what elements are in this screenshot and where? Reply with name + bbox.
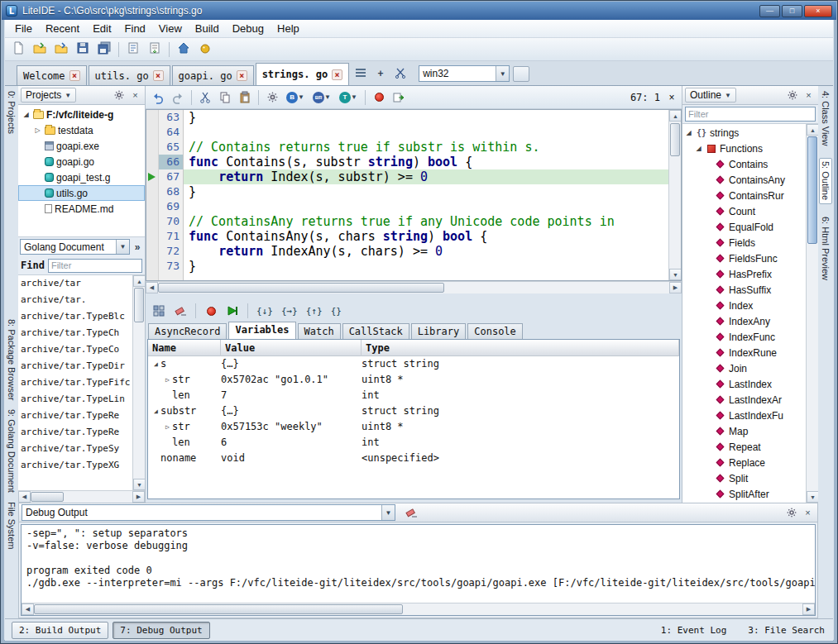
outline-panel-selector[interactable]: Outline▼ [685, 88, 736, 103]
step-out-icon[interactable]: {↑} [304, 304, 325, 318]
modules-button[interactable] [150, 303, 168, 319]
variable-row[interactable]: ▷str0x5702ac "go1.0.1"uint8 * [148, 372, 679, 388]
outline-row[interactable]: Split [682, 470, 806, 486]
doc-list-item[interactable]: archive/tar.TypeLin [18, 391, 132, 408]
scroll-down-icon[interactable]: ▼ [807, 491, 818, 503]
outline-row[interactable]: LastIndexFu [682, 408, 806, 423]
outline-row[interactable]: ◢{}strings [682, 125, 806, 141]
doc-list-item[interactable]: archive/tar.TypeCo [18, 341, 132, 358]
outline-row[interactable]: IndexFunc [682, 329, 806, 345]
outline-row[interactable]: IndexAny [682, 313, 806, 329]
doc-list-scrollbar[interactable]: ▲ ▼ [132, 275, 145, 490]
scroll-right-icon[interactable]: ▶ [132, 491, 145, 503]
chevron-down-icon[interactable]: ▼ [116, 240, 129, 254]
code-row[interactable]: 65// Contains returns true if substr is … [146, 140, 668, 155]
side-tab-6-html-preview[interactable]: 6: Html Preview [820, 214, 831, 283]
paste-button[interactable] [236, 89, 254, 106]
outline-row[interactable]: LastIndex [682, 376, 806, 392]
doc-list-item[interactable]: archive/tar.TypeXG [18, 457, 132, 474]
build-run-button[interactable]: BR▼ [309, 89, 334, 106]
scroll-thumb[interactable] [34, 604, 403, 614]
build-env-button[interactable] [195, 41, 215, 59]
outline-row[interactable]: ContainsAny [682, 172, 806, 188]
scroll-thumb[interactable] [134, 288, 144, 322]
output-selector[interactable]: Debug Output▼ [22, 504, 395, 521]
variable-row[interactable]: len6int [148, 435, 679, 451]
side-tab-0-projects[interactable]: 0: Projects [6, 88, 17, 136]
menu-item-file[interactable]: File [8, 20, 39, 37]
outline-filter-input[interactable] [685, 107, 816, 122]
close-button[interactable]: × [804, 5, 832, 17]
stop-debug-button[interactable] [202, 303, 220, 319]
expander-icon[interactable]: ◢ [151, 356, 160, 372]
debug-tab-callstack[interactable]: CallStack [342, 323, 409, 339]
doc-list-item[interactable]: archive/tar. [18, 292, 132, 308]
menu-item-recent[interactable]: Recent [39, 20, 86, 37]
scroll-up-icon[interactable]: ▲ [669, 110, 682, 122]
doc-list-item[interactable]: archive/tar.TypeDir [18, 358, 132, 374]
build-button[interactable]: B▼ [283, 89, 308, 106]
new-file-button[interactable] [8, 41, 28, 59]
close-split-button[interactable] [391, 64, 409, 83]
variable-row[interactable]: ◢s{…}struct string [148, 356, 679, 372]
code-editor[interactable]: 63}6465// Contains returns true if subst… [146, 109, 682, 281]
line-number[interactable]: 63 [159, 110, 184, 125]
tab-close-icon[interactable]: × [237, 70, 247, 81]
menu-item-edit[interactable]: Edit [86, 20, 117, 37]
debug-start-button[interactable] [390, 89, 408, 106]
tree-row[interactable]: ◢F:/vfc/liteide-g [18, 107, 145, 122]
outline-row[interactable]: ContainsRur [682, 188, 806, 203]
chevron-down-icon[interactable]: ▼ [496, 66, 509, 81]
env-edit-button[interactable] [513, 66, 529, 82]
tab-list-button[interactable] [352, 64, 370, 83]
editor-hscrollbar[interactable]: ◀ ▶ [146, 281, 682, 293]
code-row[interactable]: 72 return IndexAny(s, chars) >= 0 [146, 244, 668, 259]
doc-list-item[interactable]: archive/tar.TypeCh [18, 325, 132, 341]
outline-row[interactable]: Count [682, 203, 806, 219]
tab-close-icon[interactable]: × [69, 70, 80, 81]
projects-hscrollbar[interactable]: ◀ ▶ [18, 490, 145, 503]
scroll-thumb[interactable] [670, 123, 680, 156]
column-name[interactable]: Name [148, 340, 221, 356]
doc-list-item[interactable]: archive/tar.TypeSy [18, 441, 132, 457]
debug-output-text[interactable]: -sep=", ": setup separators-v=false: ver… [22, 525, 815, 603]
editor-close-button[interactable]: × [665, 89, 678, 106]
doc-filter-input[interactable] [48, 259, 142, 273]
status-button-3-file-search[interactable]: 3: File Search [746, 623, 826, 638]
code-row[interactable]: 63} [146, 110, 668, 125]
outline-scrollbar[interactable]: ▲ ▼ [806, 124, 818, 503]
expander-icon[interactable]: ▷ [163, 372, 172, 388]
tab-close-icon[interactable]: × [153, 70, 164, 81]
scroll-thumb[interactable] [158, 283, 444, 293]
outline-row[interactable]: Map [682, 423, 806, 439]
edit-session-button[interactable] [123, 41, 143, 59]
panel-overflow-button[interactable]: » [132, 241, 143, 253]
projects-menu-button[interactable] [112, 88, 126, 103]
open-file-button[interactable] [30, 41, 50, 59]
output-menu-button[interactable] [784, 506, 798, 520]
scroll-down-icon[interactable]: ▼ [669, 269, 682, 280]
minimize-button[interactable]: — [759, 5, 780, 17]
output-hscrollbar[interactable]: ◀ ▶ [22, 603, 815, 615]
outline-row[interactable]: SplitAfter [682, 486, 806, 502]
build-config-button[interactable] [263, 89, 281, 106]
code-row[interactable]: 73} [146, 259, 668, 274]
menu-item-find[interactable]: Find [118, 20, 152, 37]
debug-tab-watch[interactable]: Watch [298, 323, 341, 339]
outline-close-button[interactable]: × [802, 88, 816, 103]
menu-item-view[interactable]: View [152, 20, 189, 37]
welcome-home-button[interactable] [174, 41, 194, 59]
line-number[interactable]: 66 [159, 155, 184, 169]
outline-row[interactable]: Fields [682, 235, 806, 250]
chevron-down-icon[interactable]: ▼ [381, 505, 395, 520]
line-number[interactable]: 70 [159, 214, 184, 229]
variable-row[interactable]: ◢substr{…}struct string [148, 403, 679, 419]
code-row[interactable]: 70// ContainsAny returns true if any Uni… [146, 214, 668, 229]
outline-row[interactable]: HasSuffix [682, 282, 806, 298]
debug-tab-console[interactable]: Console [467, 323, 523, 339]
expander-icon[interactable]: ▷ [163, 419, 172, 435]
code-row[interactable]: 69 [146, 199, 668, 214]
scroll-down-icon[interactable]: ▼ [133, 479, 145, 490]
status-button-2-build-output[interactable]: 2: Build Output [12, 622, 108, 639]
cut-button[interactable] [196, 89, 214, 106]
